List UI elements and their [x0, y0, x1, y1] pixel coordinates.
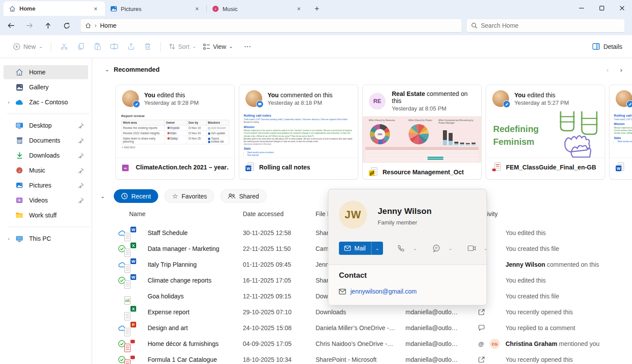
clock-icon	[121, 193, 128, 199]
doc-line: Mission statement to be used in welcome …	[614, 127, 632, 135]
word-file-icon: W	[245, 162, 254, 172]
file-location: Downloads	[316, 309, 403, 316]
sidebar-label: Pictures	[29, 182, 52, 189]
maximize-button[interactable]	[591, 0, 612, 16]
pictures-icon	[110, 5, 117, 12]
file-row[interactable]: Formula 1 Car Catalogue 18-10-2025 10:34…	[115, 352, 632, 364]
contact-card-popup: JW Jenny Wilson Family member Mail ⌄ ⌄ ⌄…	[328, 189, 487, 305]
chevron-right-icon[interactable]: ›	[8, 236, 15, 241]
sidebar-label: Home	[29, 69, 45, 76]
breadcrumb-location[interactable]: Home	[100, 22, 116, 29]
comment-activity-icon	[478, 325, 485, 331]
sidebar-item-work-stuff[interactable]: Work stuff	[4, 208, 88, 222]
filter-recent[interactable]: Recent	[114, 189, 158, 203]
chat-button[interactable]	[430, 242, 443, 255]
card-filename: Rolling call notes	[259, 164, 310, 171]
call-chevron-icon[interactable]: ⌄	[411, 246, 419, 251]
card-thumbnail: RedefiningFeminism	[486, 111, 605, 158]
delete-button[interactable]	[139, 39, 156, 54]
filter-favorites[interactable]: ☆ Favorites	[164, 189, 214, 203]
view-button[interactable]: View ⌄	[200, 40, 236, 53]
contact-email-link[interactable]: jennywilson@gmail.com	[350, 288, 416, 295]
refresh-button[interactable]	[59, 19, 74, 32]
preview-cell: Review the existing reports	[122, 125, 165, 131]
tab-home[interactable]: Home ×	[4, 1, 105, 16]
star-icon: ☆	[172, 192, 178, 200]
gallery-icon	[15, 83, 24, 91]
tab-close-icon[interactable]: ×	[294, 4, 304, 14]
filter-bar: ⌄ Recent ☆ Favorites Shared	[100, 189, 267, 203]
sidebar-item-home[interactable]: Home	[4, 65, 88, 79]
sidebar-item-gallery[interactable]: Gallery	[4, 80, 88, 94]
tab-close-icon[interactable]: ×	[192, 4, 202, 14]
cut-button[interactable]	[56, 39, 72, 54]
up-button[interactable]	[41, 19, 56, 32]
column-header-date[interactable]: Date accessed	[243, 210, 284, 217]
doc-line: New signups	[247, 154, 353, 157]
carousel-next-icon[interactable]: ›	[620, 66, 622, 74]
details-button[interactable]: Details	[589, 40, 626, 53]
tab-music[interactable]: ♪ Music ×	[207, 2, 308, 16]
breadcrumb[interactable]: › Home	[80, 18, 462, 33]
close-button[interactable]	[612, 0, 632, 16]
sidebar-item-videos[interactable]: Videos	[4, 193, 88, 207]
file-name: Design and art	[148, 324, 188, 331]
email-icon	[339, 289, 346, 294]
sidebar-item-onedrive[interactable]: › Zac - Contoso	[4, 95, 88, 109]
minimize-button[interactable]	[571, 0, 591, 16]
carousel-prev-icon[interactable]: ‹	[606, 66, 609, 74]
sidebar-item-this-pc[interactable]: › This PC	[4, 232, 88, 246]
sidebar-item-downloads[interactable]: Downloads	[4, 148, 88, 162]
donut-label: 18K	[375, 129, 385, 140]
sidebar-item-music[interactable]: ♪ Music	[4, 163, 88, 177]
recommended-card[interactable]: You edited this Yesterday at 9:28 PM Rep…	[115, 85, 235, 180]
back-button[interactable]	[4, 19, 19, 32]
mail-dropdown-chevron-icon[interactable]: ⌄	[372, 242, 383, 255]
rename-button[interactable]	[106, 39, 123, 54]
share-button[interactable]	[123, 39, 139, 54]
sort-label: Sort	[178, 43, 190, 50]
card-actor: You	[514, 92, 525, 99]
paste-button[interactable]	[89, 39, 106, 54]
window-chrome: Home × Pictures × ♪ Music × +	[0, 0, 632, 35]
comment-badge-icon	[256, 100, 264, 108]
video-chevron-icon[interactable]: ⌄	[482, 246, 487, 251]
sidebar-label: Documents	[29, 137, 60, 144]
recommended-card-partial[interactable]: Rolling call notes Trello board | CAT Ov…	[609, 85, 632, 180]
file-row[interactable]: Home décor & furnishings 04-09-2025 17:0…	[115, 336, 632, 352]
new-tab-button[interactable]: +	[311, 3, 323, 15]
video-call-button[interactable]	[465, 242, 478, 255]
sidebar-item-documents[interactable]: Documents	[4, 133, 88, 147]
sidebar-item-pictures[interactable]: Pictures	[4, 178, 88, 192]
file-location: Chris Naidoo’s OneDrive -…	[316, 340, 403, 347]
search-input[interactable]: Search Home	[466, 18, 625, 33]
filter-shared[interactable]: Shared	[220, 189, 266, 203]
sidebar-item-desktop[interactable]: Desktop	[4, 118, 88, 132]
pin-icon	[78, 153, 84, 158]
tab-pictures[interactable]: Pictures ×	[105, 2, 206, 16]
recommended-card[interactable]: RE Real Estate commented on this Yesterd…	[362, 85, 482, 180]
doc-heading: Stats	[244, 147, 353, 151]
call-button[interactable]	[394, 242, 408, 255]
copy-button[interactable]	[72, 39, 89, 54]
recommended-card[interactable]: You edited this Yesterday at 5:27 PM Red…	[486, 85, 605, 180]
chat-chevron-icon[interactable]: ⌄	[446, 246, 454, 251]
sort-button[interactable]: Sort ⌄	[165, 40, 200, 53]
sort-icon	[169, 43, 175, 50]
file-row[interactable]: X Expense report 29-10-2025 07:10 Downlo…	[115, 304, 632, 320]
file-row[interactable]: P Design and art 24-10-2025 15:08 Daniel…	[115, 320, 632, 336]
column-header-name[interactable]: Name	[129, 210, 145, 217]
collapse-chevron-icon[interactable]: ⌄	[105, 66, 109, 73]
new-button[interactable]: New ⌄	[10, 40, 46, 53]
mail-button[interactable]: Mail ⌄	[339, 242, 383, 255]
powerbi-file-icon	[369, 167, 377, 176]
forward-button[interactable]	[22, 19, 37, 32]
file-date: 22-11-2025 11:50	[243, 245, 290, 252]
navigation-pane: Home Gallery › Zac - Contoso Desktop Doc…	[0, 58, 92, 364]
more-options-button[interactable]: ⋯	[240, 39, 255, 54]
chevron-right-icon[interactable]: ›	[8, 99, 15, 105]
downloads-icon	[15, 151, 24, 159]
tab-close-icon[interactable]: ×	[91, 4, 100, 14]
collapse-chevron-icon[interactable]: ⌄	[100, 193, 105, 199]
recommended-card[interactable]: You commented on this Yesterday at 8:18 …	[239, 85, 358, 180]
